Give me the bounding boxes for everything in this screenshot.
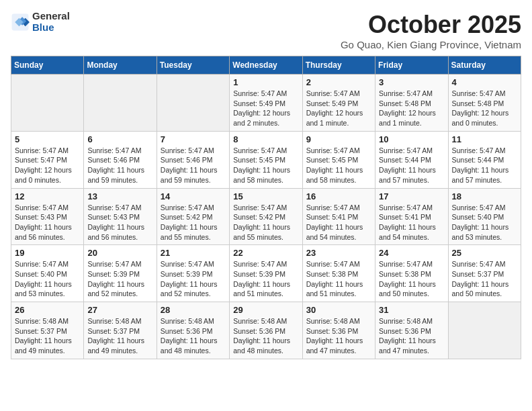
- calendar-week-4: 19Sunrise: 5:47 AM Sunset: 5:40 PM Dayli…: [11, 245, 521, 302]
- calendar-cell: [84, 75, 157, 132]
- calendar-cell: 28Sunrise: 5:48 AM Sunset: 5:36 PM Dayli…: [157, 302, 229, 359]
- day-info: Sunrise: 5:47 AM Sunset: 5:40 PM Dayligh…: [452, 203, 517, 242]
- day-number: 18: [452, 191, 517, 201]
- day-info: Sunrise: 5:47 AM Sunset: 5:46 PM Dayligh…: [161, 146, 226, 185]
- day-info: Sunrise: 5:47 AM Sunset: 5:49 PM Dayligh…: [233, 89, 298, 128]
- day-info: Sunrise: 5:47 AM Sunset: 5:43 PM Dayligh…: [87, 203, 152, 242]
- calendar-cell: 12Sunrise: 5:47 AM Sunset: 5:43 PM Dayli…: [11, 188, 84, 245]
- calendar-cell: 27Sunrise: 5:48 AM Sunset: 5:37 PM Dayli…: [84, 302, 157, 359]
- day-number: 3: [379, 77, 444, 87]
- calendar-cell: 19Sunrise: 5:47 AM Sunset: 5:40 PM Dayli…: [11, 245, 84, 302]
- calendar-cell: 24Sunrise: 5:47 AM Sunset: 5:38 PM Dayli…: [375, 245, 448, 302]
- day-number: 19: [15, 248, 80, 258]
- calendar-header-row: SundayMondayTuesdayWednesdayThursdayFrid…: [11, 56, 521, 75]
- day-info: Sunrise: 5:47 AM Sunset: 5:41 PM Dayligh…: [306, 203, 371, 242]
- day-info: Sunrise: 5:47 AM Sunset: 5:42 PM Dayligh…: [161, 203, 226, 242]
- day-info: Sunrise: 5:47 AM Sunset: 5:38 PM Dayligh…: [379, 259, 444, 299]
- calendar-cell: 20Sunrise: 5:47 AM Sunset: 5:39 PM Dayli…: [84, 245, 157, 302]
- calendar-cell: 5Sunrise: 5:47 AM Sunset: 5:47 PM Daylig…: [11, 131, 84, 188]
- day-info: Sunrise: 5:47 AM Sunset: 5:39 PM Dayligh…: [87, 259, 152, 299]
- day-number: 14: [161, 191, 226, 201]
- day-info: Sunrise: 5:47 AM Sunset: 5:44 PM Dayligh…: [379, 146, 444, 185]
- day-header-tuesday: Tuesday: [157, 56, 229, 75]
- logo-general-text: General: [32, 11, 70, 22]
- day-info: Sunrise: 5:47 AM Sunset: 5:49 PM Dayligh…: [306, 89, 371, 128]
- calendar-cell: 21Sunrise: 5:47 AM Sunset: 5:39 PM Dayli…: [157, 245, 229, 302]
- day-info: Sunrise: 5:48 AM Sunset: 5:36 PM Dayligh…: [379, 316, 444, 356]
- day-header-wednesday: Wednesday: [230, 56, 302, 75]
- day-info: Sunrise: 5:47 AM Sunset: 5:39 PM Dayligh…: [161, 259, 226, 299]
- calendar-cell: [157, 75, 229, 132]
- day-header-sunday: Sunday: [11, 56, 84, 75]
- day-info: Sunrise: 5:47 AM Sunset: 5:41 PM Dayligh…: [379, 203, 444, 242]
- calendar-cell: 2Sunrise: 5:47 AM Sunset: 5:49 PM Daylig…: [302, 75, 375, 132]
- day-info: Sunrise: 5:48 AM Sunset: 5:37 PM Dayligh…: [15, 316, 80, 356]
- day-info: Sunrise: 5:47 AM Sunset: 5:45 PM Dayligh…: [306, 146, 371, 185]
- day-number: 4: [452, 77, 517, 87]
- calendar-table: SundayMondayTuesdayWednesdayThursdayFrid…: [11, 56, 521, 359]
- day-number: 22: [233, 248, 298, 258]
- day-number: 23: [306, 248, 371, 258]
- day-number: 26: [15, 305, 80, 315]
- logo: General Blue: [11, 11, 70, 33]
- calendar-cell: 18Sunrise: 5:47 AM Sunset: 5:40 PM Dayli…: [448, 188, 521, 245]
- day-number: 8: [233, 134, 298, 144]
- day-info: Sunrise: 5:47 AM Sunset: 5:39 PM Dayligh…: [233, 259, 298, 299]
- day-number: 10: [379, 134, 444, 144]
- calendar-week-1: 1Sunrise: 5:47 AM Sunset: 5:49 PM Daylig…: [11, 75, 521, 132]
- day-number: 16: [306, 191, 371, 201]
- day-info: Sunrise: 5:48 AM Sunset: 5:37 PM Dayligh…: [87, 316, 152, 356]
- day-info: Sunrise: 5:47 AM Sunset: 5:42 PM Dayligh…: [233, 203, 298, 242]
- day-number: 25: [452, 248, 517, 258]
- day-info: Sunrise: 5:48 AM Sunset: 5:36 PM Dayligh…: [306, 316, 371, 356]
- logo-text: General Blue: [32, 11, 70, 33]
- page-header: General Blue October 2025 Go Quao, Kien …: [11, 11, 521, 50]
- calendar-cell: 3Sunrise: 5:47 AM Sunset: 5:48 PM Daylig…: [375, 75, 448, 132]
- day-info: Sunrise: 5:47 AM Sunset: 5:44 PM Dayligh…: [452, 146, 517, 185]
- calendar-cell: [11, 75, 84, 132]
- calendar-week-3: 12Sunrise: 5:47 AM Sunset: 5:43 PM Dayli…: [11, 188, 521, 245]
- day-number: 7: [161, 134, 226, 144]
- title-block: October 2025 Go Quao, Kien Giang Provinc…: [341, 11, 521, 50]
- calendar-cell: 17Sunrise: 5:47 AM Sunset: 5:41 PM Dayli…: [375, 188, 448, 245]
- day-number: 27: [87, 305, 152, 315]
- day-info: Sunrise: 5:47 AM Sunset: 5:48 PM Dayligh…: [379, 89, 444, 128]
- calendar-cell: 14Sunrise: 5:47 AM Sunset: 5:42 PM Dayli…: [157, 188, 229, 245]
- day-number: 5: [15, 134, 80, 144]
- day-info: Sunrise: 5:47 AM Sunset: 5:40 PM Dayligh…: [15, 259, 80, 299]
- day-header-thursday: Thursday: [302, 56, 375, 75]
- month-title: October 2025: [341, 11, 521, 39]
- day-number: 2: [306, 77, 371, 87]
- calendar-week-5: 26Sunrise: 5:48 AM Sunset: 5:37 PM Dayli…: [11, 302, 521, 359]
- day-info: Sunrise: 5:48 AM Sunset: 5:36 PM Dayligh…: [233, 316, 298, 356]
- day-number: 6: [87, 134, 152, 144]
- logo-blue-text: Blue: [32, 22, 70, 34]
- calendar-cell: 30Sunrise: 5:48 AM Sunset: 5:36 PM Dayli…: [302, 302, 375, 359]
- day-number: 30: [306, 305, 371, 315]
- calendar-cell: 1Sunrise: 5:47 AM Sunset: 5:49 PM Daylig…: [230, 75, 302, 132]
- day-number: 9: [306, 134, 371, 144]
- day-info: Sunrise: 5:47 AM Sunset: 5:48 PM Dayligh…: [452, 89, 517, 128]
- calendar-cell: 23Sunrise: 5:47 AM Sunset: 5:38 PM Dayli…: [302, 245, 375, 302]
- day-number: 15: [233, 191, 298, 201]
- day-number: 17: [379, 191, 444, 201]
- calendar-cell: [448, 302, 521, 359]
- day-header-friday: Friday: [375, 56, 448, 75]
- calendar-cell: 4Sunrise: 5:47 AM Sunset: 5:48 PM Daylig…: [448, 75, 521, 132]
- day-number: 11: [452, 134, 517, 144]
- day-number: 12: [15, 191, 80, 201]
- day-number: 21: [161, 248, 226, 258]
- day-info: Sunrise: 5:47 AM Sunset: 5:43 PM Dayligh…: [15, 203, 80, 242]
- day-info: Sunrise: 5:47 AM Sunset: 5:37 PM Dayligh…: [452, 259, 517, 299]
- day-info: Sunrise: 5:47 AM Sunset: 5:45 PM Dayligh…: [233, 146, 298, 185]
- day-number: 24: [379, 248, 444, 258]
- calendar-cell: 11Sunrise: 5:47 AM Sunset: 5:44 PM Dayli…: [448, 131, 521, 188]
- day-info: Sunrise: 5:47 AM Sunset: 5:38 PM Dayligh…: [306, 259, 371, 299]
- calendar-cell: 29Sunrise: 5:48 AM Sunset: 5:36 PM Dayli…: [230, 302, 302, 359]
- location-subtitle: Go Quao, Kien Giang Province, Vietnam: [341, 39, 521, 50]
- calendar-week-2: 5Sunrise: 5:47 AM Sunset: 5:47 PM Daylig…: [11, 131, 521, 188]
- day-number: 31: [379, 305, 444, 315]
- calendar-cell: 31Sunrise: 5:48 AM Sunset: 5:36 PM Dayli…: [375, 302, 448, 359]
- day-number: 13: [87, 191, 152, 201]
- day-info: Sunrise: 5:47 AM Sunset: 5:47 PM Dayligh…: [15, 146, 80, 185]
